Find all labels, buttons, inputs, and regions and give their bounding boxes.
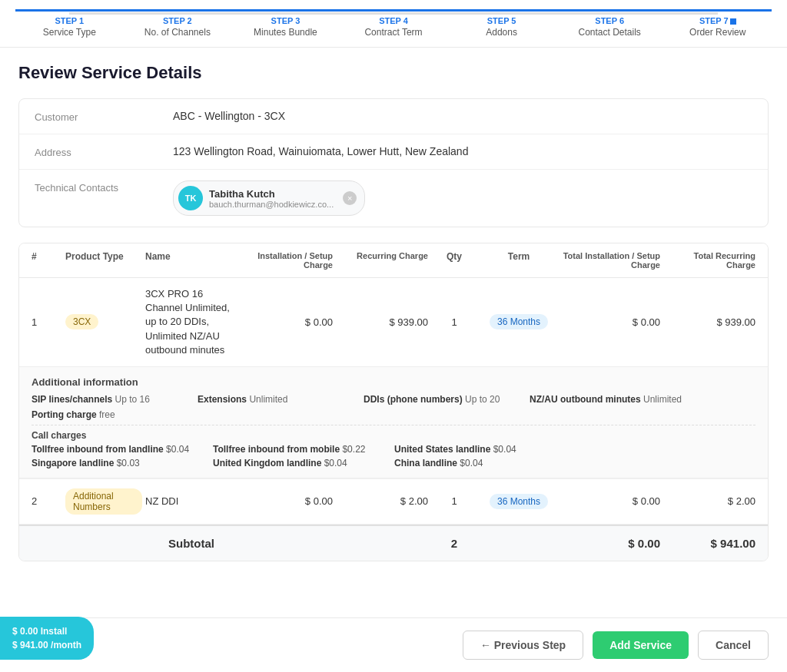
product-main-1: 13CX3CX PRO 16 Channel Unlimited, up to … [19,278,768,366]
step-5[interactable]: STEP 5Addons [447,9,556,47]
step-line-4 [340,9,448,12]
step-line-7 [663,9,772,12]
add-service-button[interactable]: Add Service [593,631,689,659]
product-main-2: 2Additional NumbersNZ DDI$ 0.00$ 2.00136… [19,479,768,524]
step-2[interactable]: STEP 2No. of Channels [124,9,232,47]
cancel-button[interactable]: Cancel [698,631,769,660]
contacts-label: Technical Contacts [35,180,173,194]
th-qty: Qty [431,251,477,270]
td-2-3: $ 0.00 [241,495,333,507]
td-2-8: $ 2.00 [663,495,755,507]
call-charges-grid: Tollfree inbound from landline $0.04Toll… [32,444,755,468]
step-3[interactable]: STEP 3Minutes Bundle [231,9,340,47]
table-header: # Product Type Name Installation / Setup… [19,243,768,278]
td-1-4: $ 939.00 [336,316,428,328]
step-1[interactable]: STEP 1Service Type [15,9,124,47]
products-table: # Product Type Name Installation / Setup… [18,243,769,561]
step-name-6: Contact Details [578,27,640,38]
total-pill: $ 0.00 Install $ 941.00 /month [0,617,94,660]
td-2-4: $ 2.00 [336,495,428,507]
step-6[interactable]: STEP 6Contact Details [556,9,664,47]
charge-item: United Kingdom landline $0.04 [213,458,382,468]
td-1-7: $ 0.00 [560,316,660,328]
customer-row: Customer ABC - Wellington - 3CX [19,99,768,134]
step-label-2: STEP 2 [163,16,192,25]
step-label-7: STEP 7 [699,16,736,25]
charge-item: China landline $0.04 [394,458,563,468]
bottom-bar: $ 0.00 Install $ 941.00 /month ← Previou… [0,617,787,672]
product-badge: 3CX [65,314,98,329]
step-label-1: STEP 1 [55,16,84,25]
page-title: Review Service Details [18,63,769,83]
th-term: Term [480,251,557,270]
info-item: SIP lines/channels Up to 16 [32,394,185,405]
step-name-4: Contract Term [364,27,422,38]
charge-item: Tollfree inbound from landline $0.04 [32,444,201,455]
address-value: 123 Wellington Road, Wainuiomata, Lower … [173,145,468,157]
contact-info: Tabitha Kutch bauch.thurman@hodkiewicz.c… [209,188,334,209]
contacts-row: Technical Contacts TK Tabitha Kutch bauc… [19,170,768,227]
subtotal-label: Subtotal [145,537,237,550]
td-2-7: $ 0.00 [560,495,660,507]
td-2-2: NZ DDI [145,495,237,508]
th-name: Name [145,251,237,270]
section-divider [32,425,755,425]
stepper: STEP 1Service TypeSTEP 2No. of ChannelsS… [0,0,787,48]
th-recurring: Recurring Charge [336,251,428,270]
td-1-5: 1 [431,316,477,328]
additional-info: Additional informationSIP lines/channels… [19,366,768,478]
info-item: NZ/AU outbound minutes Unlimited [530,394,683,405]
call-charges-title: Call charges [32,430,755,441]
total-install-label: $ 0.00 Install [12,624,81,638]
subtotal-qty: 2 [431,537,477,550]
td-1-8: $ 939.00 [663,316,755,328]
td-1-6: 36 Months [480,314,557,329]
subtotal-installation: $ 0.00 [560,537,660,550]
td-2-6: 36 Months [480,494,557,509]
td-1-2: 3CX PRO 16 Channel Unlimited, up to 20 D… [145,287,237,357]
info-item: Extensions Unlimited [198,394,351,405]
table-row-2: 2Additional NumbersNZ DDI$ 0.00$ 2.00136… [19,479,768,525]
step-label-5: STEP 5 [487,16,516,25]
td-2-0: 2 [32,495,62,507]
contact-name: Tabitha Kutch [209,188,334,200]
info-section: Customer ABC - Wellington - 3CX Address … [18,98,769,227]
charge-item: Tollfree inbound from mobile $0.22 [213,444,382,455]
step-line-1 [15,9,124,12]
step-label-6: STEP 6 [595,16,624,25]
term-badge: 36 Months [490,494,548,509]
contact-chip: TK Tabitha Kutch bauch.thurman@hodkiewic… [173,180,365,216]
step-label-3: STEP 3 [271,16,301,25]
address-label: Address [35,145,173,158]
total-month-label: $ 941.00 /month [12,638,81,652]
step-7[interactable]: STEP 7Order Review [663,9,772,47]
step-name-1: Service Type [43,27,96,38]
th-total-installation: Total Installation / Setup Charge [560,251,660,270]
info-item: DDIs (phone numbers) Up to 20 [364,394,517,405]
td-2-5: 1 [431,495,477,507]
charge-item: Singapore landline $0.03 [32,458,201,468]
step-line-6 [556,9,664,12]
additional-info-title: Additional information [32,376,755,388]
th-product-type: Product Type [65,251,142,270]
product-name: 3CX PRO 16 Channel Unlimited, up to 20 D… [145,288,230,356]
td-2-1: Additional Numbers [65,488,142,515]
previous-step-button[interactable]: ← Previous Step [463,631,583,660]
step-4[interactable]: STEP 4Contract Term [340,9,448,47]
remove-contact-button[interactable]: × [343,191,357,205]
th-installation: Installation / Setup Charge [241,251,333,270]
step-name-2: No. of Channels [144,27,211,38]
product-name: NZ DDI [145,495,178,507]
step-name-7: Order Review [689,27,745,38]
address-row: Address 123 Wellington Road, Wainuiomata… [19,134,768,170]
contacts-value: TK Tabitha Kutch bauch.thurman@hodkiewic… [173,180,365,216]
td-1-0: 1 [32,316,62,328]
customer-label: Customer [35,110,173,123]
step-name-3: Minutes Bundle [254,27,317,38]
td-1-3: $ 0.00 [241,316,333,328]
td-1-1: 3CX [65,314,142,329]
step-dot-7 [730,18,736,25]
step-name-5: Addons [486,27,517,38]
term-badge: 36 Months [490,314,548,329]
table-body: 13CX3CX PRO 16 Channel Unlimited, up to … [19,278,768,525]
